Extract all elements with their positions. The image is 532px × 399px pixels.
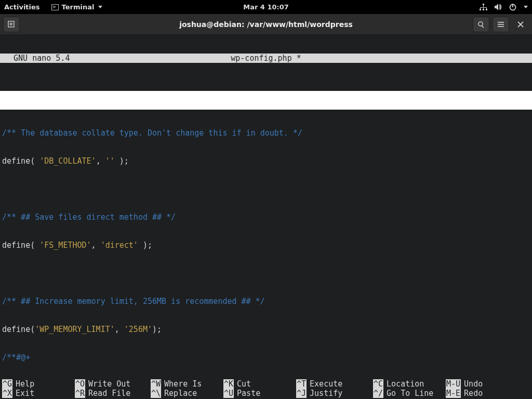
blank-line — [0, 184, 532, 194]
nano-header: GNU nano 5.4 wp-config.php * — [0, 54, 532, 63]
svg-rect-7 — [483, 7, 484, 9]
svg-rect-18 — [498, 24, 504, 25]
clock[interactable]: Mar 4 10:07 — [243, 3, 289, 11]
code-text: ); — [138, 241, 152, 250]
shortcut-label: Where Is — [164, 379, 202, 389]
svg-rect-17 — [498, 22, 504, 23]
shortcut-key: ^R — [75, 389, 85, 398]
network-icon[interactable] — [480, 4, 487, 11]
code-text: ); — [115, 156, 129, 166]
editor-viewport[interactable]: /** The database collate type. Don't cha… — [0, 91, 532, 399]
shortcut-key: M-E — [446, 389, 461, 398]
shortcut-key: ^W — [151, 379, 161, 389]
shortcut-key: ^U — [223, 389, 234, 398]
code-text: , — [115, 325, 124, 334]
shortcut-key: ^K — [223, 379, 234, 389]
svg-point-15 — [478, 22, 483, 26]
shortcut-label: Go To Line — [387, 389, 433, 398]
window-titlebar: joshua@debian: /var/www/html/wordpress — [0, 14, 532, 35]
new-tab-button[interactable] — [3, 17, 20, 32]
shortcut-label: Replace — [164, 389, 197, 398]
svg-rect-8 — [486, 7, 487, 9]
shortcut-key: M-U — [446, 379, 461, 389]
shortcut-key: ^/ — [373, 389, 383, 398]
comment-line: /** ## Save files direct method ## */ — [2, 212, 176, 222]
app-name: Terminal — [62, 3, 95, 11]
terminal[interactable]: GNU nano 5.4 wp-config.php * /** The dat… — [0, 35, 532, 399]
close-icon — [517, 21, 524, 28]
code-string: 'WP_MEMORY_LIMIT' — [35, 325, 115, 334]
shortcut-label: Justify — [310, 389, 342, 398]
shortcut-label: Read File — [88, 389, 130, 398]
svg-rect-19 — [498, 26, 504, 27]
code-string: 'direct' — [101, 241, 138, 250]
chevron-down-icon[interactable] — [524, 6, 528, 8]
shortcut-key: ^T — [296, 379, 307, 389]
hamburger-icon — [497, 21, 504, 28]
shortcut-label: Exit — [16, 389, 34, 398]
comment-line: /**#@+ — [2, 353, 30, 362]
code-string: 'FS_METHOD' — [39, 241, 91, 250]
window-title: joshua@debian: /var/www/html/wordpress — [179, 20, 353, 29]
chevron-down-icon — [98, 6, 102, 8]
hamburger-menu-button[interactable] — [493, 17, 509, 32]
blank-line — [0, 269, 532, 278]
gnome-topbar: Activities Terminal Mar 4 10:07 — [0, 0, 532, 14]
close-button[interactable] — [512, 17, 529, 32]
power-icon[interactable] — [509, 4, 516, 11]
code-string: '' — [105, 156, 115, 166]
code-text: , — [96, 156, 105, 166]
shortcut-key: ^G — [2, 379, 12, 389]
volume-icon[interactable] — [495, 4, 502, 10]
new-tab-icon — [8, 21, 15, 28]
code-text: ); — [152, 325, 162, 334]
shortcut-key: ^C — [373, 379, 383, 389]
shortcut-key: ^\ — [151, 389, 161, 398]
code-text: define( — [2, 156, 39, 166]
svg-rect-0 — [483, 4, 484, 5]
shortcut-key: ^X — [2, 389, 12, 398]
code-text: , — [91, 241, 101, 250]
shortcut-label: Location — [387, 379, 424, 389]
shortcut-key: ^O — [75, 379, 85, 389]
shortcut-label: Execute — [310, 379, 342, 389]
comment-line: /** ## Increase memory limit, 256MB is r… — [2, 297, 265, 306]
svg-rect-14 — [9, 23, 13, 24]
code-string: 'DB_COLLATE' — [39, 156, 96, 166]
nano-app-version: GNU nano 5.4 — [4, 54, 70, 63]
shortcut-label: Redo — [464, 389, 483, 398]
shortcut-label: Paste — [237, 389, 260, 398]
code-string: '256M' — [124, 325, 152, 334]
code-text: define( — [2, 325, 35, 334]
shortcut-label: Write Out — [88, 379, 130, 389]
nano-footer: ^GHelp ^OWrite Out ^WWhere Is ^KCut ^TEx… — [0, 379, 532, 399]
svg-rect-16 — [482, 25, 484, 28]
comment-line: /** The database collate type. Don't cha… — [2, 128, 302, 138]
code-text: define( — [2, 241, 39, 250]
shortcut-label: Help — [16, 379, 34, 389]
terminal-icon — [51, 4, 59, 10]
nano-filename: wp-config.php * — [231, 54, 301, 63]
svg-marker-9 — [495, 4, 498, 10]
search-button[interactable] — [473, 17, 489, 32]
system-tray — [480, 4, 528, 11]
svg-rect-6 — [480, 7, 481, 9]
shortcut-key: ^J — [296, 389, 307, 398]
shortcut-label: Undo — [464, 379, 483, 389]
activities-button[interactable]: Activities — [4, 3, 40, 11]
svg-rect-11 — [512, 4, 513, 7]
search-icon — [477, 21, 485, 28]
shortcut-label: Cut — [237, 379, 251, 389]
app-menu[interactable]: Terminal — [51, 3, 103, 11]
